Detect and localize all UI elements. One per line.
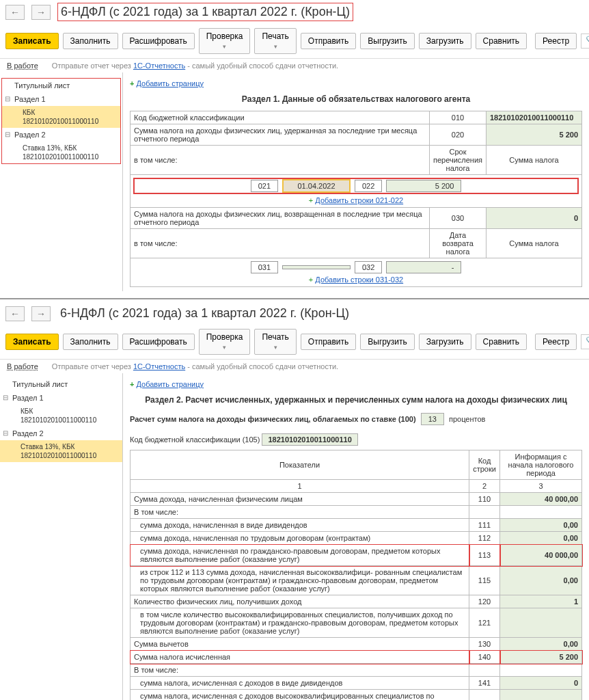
rate-value[interactable]: 13 bbox=[421, 413, 444, 425]
value-cell[interactable]: 0 bbox=[500, 690, 582, 701]
add-page-link[interactable]: Добавить страницу bbox=[136, 79, 203, 88]
table-row: сумма налога, исчисленная с доходов высо… bbox=[131, 690, 582, 701]
decode-button[interactable]: Расшифровать bbox=[122, 334, 195, 350]
attach-icon[interactable]: 📎 bbox=[581, 33, 589, 49]
add-page-link[interactable]: Добавить страницу bbox=[136, 380, 203, 388]
send-button[interactable]: Отправить bbox=[301, 334, 357, 350]
registry-button[interactable]: Реестр bbox=[535, 334, 577, 350]
sidebar-kbk[interactable]: КБК18210102010011000110 bbox=[2, 106, 120, 128]
amount-032[interactable]: - bbox=[386, 261, 461, 273]
status-label[interactable]: В работе bbox=[7, 362, 38, 371]
table-row: В том числе: bbox=[131, 506, 582, 519]
report-link[interactable]: 1С-Отчетность bbox=[133, 62, 185, 70]
decode-button[interactable]: Расшифровать bbox=[122, 33, 195, 49]
value-cell[interactable]: 0,00 bbox=[500, 566, 582, 595]
value-cell[interactable]: 1 bbox=[500, 595, 582, 608]
table-row: Сумма налога исчисленная1405 200 bbox=[131, 651, 582, 664]
kbk-value[interactable]: 18210102010011000110 bbox=[262, 433, 357, 446]
table-row: сумма дохода, начисленная по трудовым до… bbox=[131, 532, 582, 545]
sidebar-section1[interactable]: Раздел 1 bbox=[0, 391, 122, 405]
sidebar-rate[interactable]: Ставка 13%, КБК18210102010011000110 bbox=[0, 440, 122, 462]
print-button[interactable]: Печать bbox=[254, 329, 296, 355]
date-031[interactable] bbox=[282, 265, 351, 269]
load-button[interactable]: Загрузить bbox=[419, 33, 471, 49]
registry-button[interactable]: Реестр bbox=[535, 33, 577, 49]
value-cell[interactable]: 40 000,00 bbox=[500, 545, 582, 566]
table-row: Сумма дохода, начисленная физическим лиц… bbox=[131, 493, 582, 506]
write-button[interactable]: Записать bbox=[5, 334, 59, 350]
tax-returned-value[interactable]: 0 bbox=[487, 208, 582, 229]
table-row: из строк 112 и 113 сумма дохода, начисле… bbox=[131, 566, 582, 595]
table-row: в том числе количество высококвалифициро… bbox=[131, 608, 582, 638]
page-title: 6-НДФЛ (с 2021 года) за 1 квартал 2022 г… bbox=[57, 3, 353, 21]
section1-table: Код бюджетной классификации0101821010201… bbox=[130, 111, 582, 287]
sidebar-kbk[interactable]: КБК18210102010011000110 bbox=[0, 405, 122, 427]
hint-text: Отправьте отчет через 1С-Отчетность - са… bbox=[52, 62, 338, 70]
compare-button[interactable]: Сравнить bbox=[476, 334, 527, 350]
sidebar-section2[interactable]: Раздел 2 bbox=[2, 128, 120, 142]
fill-button[interactable]: Заполнить bbox=[63, 33, 118, 49]
attach-icon[interactable]: 📎 bbox=[581, 334, 589, 349]
value-cell[interactable] bbox=[500, 664, 582, 677]
write-button[interactable]: Записать bbox=[5, 33, 59, 49]
print-button[interactable]: Печать bbox=[254, 28, 296, 54]
value-cell[interactable]: 0 bbox=[500, 677, 582, 690]
table-row: сумма налога, исчисленная с доходов в ви… bbox=[131, 677, 582, 690]
value-cell[interactable]: 0,00 bbox=[500, 532, 582, 545]
unload-button[interactable]: Выгрузить bbox=[360, 334, 415, 350]
back-button[interactable]: ← bbox=[5, 306, 25, 321]
table-row: В том числе: bbox=[131, 664, 582, 677]
sidebar-section2[interactable]: Раздел 2 bbox=[0, 427, 122, 440]
send-button[interactable]: Отправить bbox=[301, 33, 357, 49]
date-021[interactable]: 01.04.2022 bbox=[282, 179, 351, 193]
fill-button[interactable]: Заполнить bbox=[63, 334, 118, 350]
value-cell[interactable] bbox=[500, 608, 582, 638]
sidebar-rate[interactable]: Ставка 13%, КБК18210102010011000110 bbox=[2, 142, 120, 163]
compare-button[interactable]: Сравнить bbox=[476, 33, 527, 49]
back-button[interactable]: ← bbox=[5, 5, 25, 20]
section2-title: Раздел 2. Расчет исчисленных, удержанных… bbox=[130, 391, 582, 409]
forward-button[interactable]: → bbox=[31, 5, 51, 20]
sidebar-title-page[interactable]: Титульный лист bbox=[0, 377, 122, 391]
status-label[interactable]: В работе bbox=[7, 62, 38, 70]
forward-button[interactable]: → bbox=[31, 306, 51, 321]
add-021-link[interactable]: Добавить строки 021-022 bbox=[315, 196, 403, 204]
check-button[interactable]: Проверка bbox=[199, 329, 251, 355]
sidebar-title-page[interactable]: Титульный лист bbox=[2, 79, 120, 92]
value-cell[interactable]: 40 000,00 bbox=[500, 493, 582, 506]
report-link[interactable]: 1С-Отчетность bbox=[133, 362, 185, 371]
add-031-link[interactable]: Добавить строки 031-032 bbox=[315, 275, 403, 284]
load-button[interactable]: Загрузить bbox=[419, 334, 471, 350]
tax-withheld-value[interactable]: 5 200 bbox=[487, 124, 582, 146]
amount-022[interactable]: 5 200 bbox=[386, 180, 461, 192]
table-row: Сумма вычетов1300,00 bbox=[131, 638, 582, 651]
value-cell[interactable]: 0,00 bbox=[500, 638, 582, 651]
kbk-value[interactable]: 18210102010011000110 bbox=[487, 111, 582, 124]
value-cell[interactable]: 5 200 bbox=[500, 651, 582, 664]
sidebar-section1[interactable]: Раздел 1 bbox=[2, 92, 120, 106]
value-cell[interactable] bbox=[500, 506, 582, 519]
section2-table: ПоказателиКод строкиИнформация с начала … bbox=[130, 450, 582, 700]
table-row: Количество физических лиц, получивших до… bbox=[131, 595, 582, 608]
check-button[interactable]: Проверка bbox=[199, 28, 251, 54]
section-title: Раздел 1. Данные об обязательствах налог… bbox=[130, 90, 582, 108]
page-title: 6-НДФЛ (с 2021 года) за 1 квартал 2022 г… bbox=[57, 305, 352, 322]
value-cell[interactable]: 0,00 bbox=[500, 519, 582, 532]
table-row: сумма дохода, начисленная в виде дивиден… bbox=[131, 519, 582, 532]
unload-button[interactable]: Выгрузить bbox=[360, 33, 415, 49]
table-row: сумма дохода, начисленная по гражданско-… bbox=[131, 545, 582, 566]
